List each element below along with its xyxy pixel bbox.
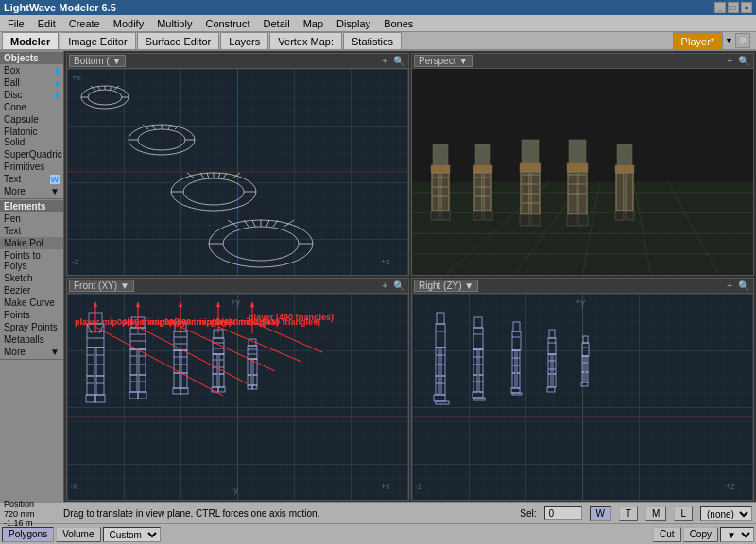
menu-edit[interactable]: Edit (32, 17, 61, 30)
minimize-button[interactable]: _ (714, 2, 726, 13)
tab-image-editor[interactable]: Image Editor (60, 32, 135, 49)
player-arrow[interactable]: ▼ (725, 36, 733, 45)
svg-rect-105 (617, 144, 632, 168)
tool-make-curve[interactable]: Make Curve (0, 297, 63, 309)
tool-text[interactable]: TextW (0, 173, 63, 185)
tool-platonic[interactable]: Platonic Solid (0, 126, 63, 148)
viewport-right-fit-icon[interactable]: + (725, 280, 734, 291)
viewport-fit-icon[interactable]: + (380, 56, 389, 66)
tool-spray-points[interactable]: Spray Points (0, 321, 63, 333)
mode-t-button[interactable]: T (619, 506, 638, 521)
svg-text:+x: +x (381, 482, 390, 491)
viewport-perspective[interactable]: Perspect ▼ + 🔍 (411, 53, 754, 276)
svg-rect-71 (475, 144, 490, 168)
tool-make-pol[interactable]: Make Pol (0, 237, 63, 249)
viewport-front-zoom-icon[interactable]: 🔍 (391, 280, 406, 291)
tool-bezier[interactable]: Bezier (0, 284, 63, 297)
bottom-toolbar: Polygons Volume Custom Cut Copy ▼ (0, 523, 756, 544)
menu-detail[interactable]: Detail (258, 17, 296, 30)
bottom-grid: -z +z +x (67, 69, 408, 275)
player-dropdown[interactable]: Player* (673, 32, 723, 49)
menu-map[interactable]: Map (298, 17, 329, 30)
volume-button[interactable]: Volume (56, 527, 100, 542)
mode-l-button[interactable]: L (674, 506, 693, 521)
elements-section: Elements Pen Text Make Pol Points to Pol… (0, 199, 63, 360)
tab-layers[interactable]: Layers (220, 32, 268, 49)
menu-multiply[interactable]: Multiply (151, 17, 198, 30)
tab-surface-editor[interactable]: Surface Editor (137, 32, 220, 49)
tool-sketch[interactable]: Sketch (0, 272, 63, 284)
menu-modify[interactable]: Modify (108, 17, 149, 30)
svg-rect-83 (520, 163, 541, 172)
viewport-bottom-label[interactable]: Bottom ( ▼ (69, 55, 126, 67)
viewport-front[interactable]: Front (XY) ▼ + 🔍 (66, 278, 409, 501)
tool-more-objects[interactable]: More▼ (0, 185, 63, 197)
svg-rect-82 (522, 140, 539, 166)
player-settings[interactable]: ⚙ (735, 33, 750, 48)
mode-dropdown[interactable]: (none) (700, 506, 752, 521)
viewport-front-fit-icon[interactable]: + (380, 280, 389, 291)
viewport-bottom[interactable]: Bottom ( ▼ + 🔍 (66, 53, 409, 276)
svg-rect-88 (520, 214, 529, 226)
tool-text-elem[interactable]: Text (0, 225, 63, 237)
tool-metaballs[interactable]: Metaballs (0, 333, 63, 346)
svg-text:+z: +z (381, 257, 390, 266)
viewport-bottom-header: Bottom ( ▼ + 🔍 (67, 54, 408, 69)
viewport-right-zoom-icon[interactable]: 🔍 (736, 280, 751, 291)
tool-pen[interactable]: Pen (0, 212, 63, 225)
polygons-button[interactable]: Polygons (2, 527, 54, 542)
front-viewport-svg: player (490 triangles) player mip01(430 … (67, 294, 408, 500)
svg-text:+x: +x (72, 73, 81, 82)
menubar: File Edit Create Modify Multiply Constru… (0, 15, 756, 32)
svg-text:-z: -z (415, 482, 422, 491)
svg-text:-z: -z (72, 257, 79, 266)
svg-rect-112 (626, 211, 634, 220)
tool-primitives[interactable]: Primitives (0, 161, 63, 173)
menu-create[interactable]: Create (63, 17, 106, 30)
maximize-button[interactable]: □ (728, 2, 739, 13)
viewport-right-header: Right (ZY) ▼ + 🔍 (412, 279, 753, 294)
menu-file[interactable]: File (2, 17, 30, 30)
tab-statistics[interactable]: Statistics (343, 32, 402, 49)
viewport-right[interactable]: Right (ZY) ▼ + 🔍 (411, 278, 754, 501)
viewport-perspective-label[interactable]: Perspect ▼ (414, 55, 472, 67)
left-sidebar: Objects Boxx Ballx Discx Cone Capsule Pl… (0, 51, 64, 502)
tool-points-to-polys[interactable]: Points to Polys (0, 249, 63, 272)
more-dropdown[interactable]: ▼ (720, 527, 754, 542)
menu-bones[interactable]: Bones (378, 17, 419, 30)
viewport-perspective-fit-icon[interactable]: + (725, 56, 734, 66)
viewport-perspective-zoom-icon[interactable]: 🔍 (736, 56, 751, 66)
tool-capsule[interactable]: Capsule (0, 113, 63, 126)
app-title: LightWave Modeler 6.5 (4, 2, 116, 13)
tab-vertex-map[interactable]: Vertex Map: (269, 32, 342, 49)
mode-m-button[interactable]: M (645, 506, 666, 521)
close-button[interactable]: × (741, 2, 752, 13)
viewport-front-label[interactable]: Front (XY) ▼ (69, 280, 134, 292)
sel-value: 0 (544, 506, 582, 520)
viewport-right-label[interactable]: Right (ZY) ▼ (414, 280, 478, 292)
svg-rect-67 (441, 211, 450, 220)
right-viewport-svg: -z +z +y (412, 294, 753, 500)
mode-w-button[interactable]: W (590, 506, 611, 521)
svg-rect-109 (626, 173, 633, 211)
tool-more-elements[interactable]: More▼ (0, 346, 63, 358)
svg-rect-100 (567, 214, 576, 226)
tool-disc[interactable]: Discx (0, 89, 63, 101)
position-x: 720 mm (4, 509, 56, 518)
main-layout: Objects Boxx Ballx Discx Cone Capsule Pl… (0, 51, 756, 502)
tool-ball[interactable]: Ballx (0, 76, 63, 89)
cut-button[interactable]: Cut (653, 527, 681, 542)
tool-cone[interactable]: Cone (0, 101, 63, 113)
tool-box[interactable]: Boxx (0, 64, 63, 76)
svg-text:+z: +z (726, 482, 735, 491)
menu-display[interactable]: Display (331, 17, 376, 30)
copy-button[interactable]: Copy (683, 527, 718, 542)
tool-points[interactable]: Points (0, 309, 63, 321)
viewport-zoom-icon[interactable]: 🔍 (391, 56, 406, 66)
menu-construct[interactable]: Construct (199, 17, 255, 30)
tool-superquadric[interactable]: SuperQuadric (0, 148, 63, 161)
custom-dropdown[interactable]: Custom (103, 527, 161, 542)
svg-text:+y: +y (576, 298, 585, 307)
tab-modeler[interactable]: Modeler (2, 32, 59, 49)
window-controls: _ □ × (714, 2, 752, 13)
